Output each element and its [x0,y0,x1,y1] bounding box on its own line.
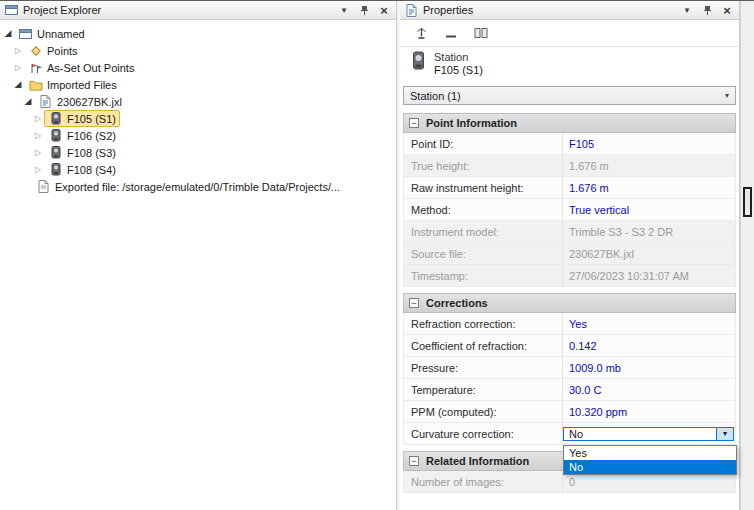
tree-item-label: F108 (S3) [67,147,116,159]
window-position-menu-button[interactable]: ▾ [336,3,352,18]
station-icon [48,129,63,143]
combobox-value: No [564,428,716,440]
property-row-coefficient-of-refraction: Coefficient of refraction: 0.142 [403,335,736,357]
project-tree: ◢ Unnamed ▷ Points ▷ [0,20,396,510]
tree-item-label: Exported file: /storage/emulated/0/Trimb… [55,181,340,193]
dropdown-option-no[interactable]: No [564,460,736,474]
tree-item-label: Unnamed [37,28,85,40]
curvature-correction-combobox[interactable]: No ▾ [563,427,734,441]
property-row-curvature-correction: Curvature correction: No ▾ [403,423,736,445]
properties-panel: Properties ▾ × Station F105 [400,1,740,510]
property-row-temperature: Temperature: 30.0 C [403,379,736,401]
tree-item-station-f108-s4[interactable]: ▷ F108 (S4) [0,161,396,178]
window-position-menu-button[interactable]: ▾ [679,3,695,18]
tree-item-station-f105[interactable]: ▷ F105 (S1) [0,110,396,127]
property-row-ppm-computed: PPM (computed): 10.320 ppm [403,401,736,423]
collapse-icon[interactable]: − [409,298,419,308]
property-row-raw-instrument-height: Raw instrument height: 1.676 m [403,177,736,199]
tree-item-exported-file[interactable]: Exported file: /storage/emulated/0/Trimb… [0,178,396,195]
object-type-label: Station [434,51,483,64]
tree-item-points[interactable]: ▷ Points [0,42,396,59]
project-explorer-header[interactable]: Project Explorer ▾ × [0,1,396,20]
properties-header[interactable]: Properties ▾ × [400,1,739,20]
jxl-file-icon [38,95,53,109]
panel-title: Properties [423,4,675,16]
expander-icon[interactable]: ▷ [32,127,44,144]
property-label: Method: [404,199,563,220]
tree-item-label: Points [47,45,78,57]
split-columns-icon[interactable] [472,24,490,42]
points-icon [28,44,43,58]
expander-icon[interactable]: ◢ [2,25,14,42]
exported-file-icon [36,180,51,194]
expander-icon[interactable]: ▷ [12,42,24,59]
expander-icon[interactable]: ▷ [12,59,24,76]
expander-icon[interactable]: ▷ [32,144,44,161]
property-label: Curvature correction: [404,423,563,444]
property-value[interactable]: Yes [563,313,735,334]
pin-icon[interactable] [699,3,715,18]
collapse-icon[interactable]: − [409,456,419,466]
tree-item-station-f108-s3[interactable]: ▷ F108 (S3) [0,144,396,161]
tree-item-imported-files[interactable]: ◢ Imported Files [0,76,396,93]
object-selector-combobox[interactable]: Station (1) ▾ [403,86,736,105]
chevron-down-icon: ▾ [725,91,729,100]
expander-icon[interactable]: ◢ [22,93,34,110]
expander-icon[interactable]: ▷ [32,161,44,178]
property-label: Refraction correction: [404,313,563,334]
tree-item-label: 230627BK.jxl [57,96,122,108]
tree-item-label: As-Set Out Points [47,62,134,74]
property-label: Temperature: [404,379,563,400]
property-row-timestamp: Timestamp: 27/06/2023 10:31:07 AM [403,265,736,287]
folder-icon [28,78,43,92]
property-label: Number of images: [404,471,563,492]
curvature-correction-dropdown-list: Yes No [563,445,737,475]
property-value[interactable]: F105 [563,133,735,154]
expander-icon[interactable]: ▷ [32,110,44,127]
station-icon [412,51,425,73]
close-icon[interactable]: × [719,3,735,18]
station-icon [48,163,63,177]
property-value[interactable]: 1009.0 mb [563,357,735,378]
chevron-down-icon: ▾ [723,429,727,438]
property-value[interactable]: 0.142 [563,335,735,356]
section-header-corrections[interactable]: − Corrections [403,293,736,313]
property-value: 1.676 m [563,155,735,176]
tree-item-station-f106[interactable]: ▷ F106 (S2) [0,127,396,144]
tree-item-label: F105 (S1) [67,113,116,125]
object-selector-value: Station (1) [410,90,725,102]
properties-toolbar [400,20,739,47]
property-value[interactable]: 30.0 C [563,379,735,400]
close-icon[interactable]: × [376,3,392,18]
vertical-scrollbar[interactable] [740,1,754,510]
property-value: 230627BK.jxl [563,243,735,264]
property-row-pressure: Pressure: 1009.0 mb [403,357,736,379]
combobox-dropdown-button[interactable]: ▾ [716,428,733,440]
flags-icon [28,61,43,75]
antenna-icon[interactable] [412,24,430,42]
project-explorer-panel: Project Explorer ▾ × ◢ Unnamed ▷ [0,1,397,510]
scrollbar-thumb[interactable] [743,187,752,217]
tree-item-jxl-file[interactable]: ◢ 230627BK.jxl [0,93,396,110]
property-row-point-id: Point ID: F105 [403,133,736,155]
property-value: 27/06/2023 10:31:07 AM [563,265,735,286]
project-icon [18,27,33,41]
collapse-icon[interactable]: − [409,118,419,128]
property-label: True height: [404,155,563,176]
selected-object-header: Station F105 (S1) [400,47,739,83]
property-row-instrument-model: Instrument model: Trimble S3 - S3 2 DR [403,221,736,243]
tree-item-label: Imported Files [47,79,117,91]
station-icon [48,112,63,126]
minus-icon[interactable] [442,24,460,42]
tree-item-as-set-out-points[interactable]: ▷ As-Set Out Points [0,59,396,76]
expander-icon[interactable]: ◢ [12,76,24,93]
property-value[interactable]: 1.676 m [563,177,735,198]
section-header-point-information[interactable]: − Point Information [403,113,736,133]
dropdown-option-yes[interactable]: Yes [564,446,736,460]
property-value[interactable]: True vertical [563,199,735,220]
section-title: Related Information [426,455,529,467]
tree-item-unnamed[interactable]: ◢ Unnamed [0,25,396,42]
property-value[interactable]: 10.320 ppm [563,401,735,422]
property-label: Source file: [404,243,563,264]
pin-icon[interactable] [356,3,372,18]
